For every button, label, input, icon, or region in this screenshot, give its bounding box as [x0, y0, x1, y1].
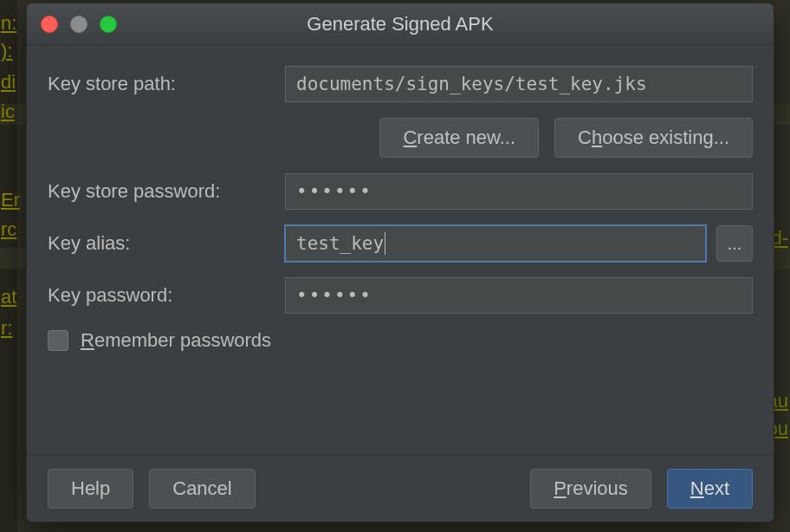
generate-signed-apk-dialog: Generate Signed APK Key store path: Crea…	[26, 3, 774, 522]
create-new-label-rest: reate new...	[417, 127, 515, 148]
remember-passwords-label: Remember passwords	[81, 329, 271, 352]
key-alias-browse-button[interactable]: ...	[716, 225, 753, 262]
key-alias-label: Key alias:	[48, 232, 273, 255]
help-button[interactable]: Help	[48, 469, 133, 509]
text-cursor	[385, 232, 385, 255]
key-password-label: Key password:	[48, 284, 273, 307]
dialog-titlebar: Generate Signed APK	[27, 3, 774, 45]
remember-passwords-checkbox[interactable]	[48, 330, 68, 351]
keystore-path-input[interactable]	[285, 66, 753, 102]
previous-button[interactable]: Previous	[530, 469, 651, 509]
cancel-button[interactable]: Cancel	[149, 469, 255, 509]
key-password-input[interactable]: ••••••	[285, 277, 753, 314]
dialog-footer: Help Cancel Previous Next	[27, 454, 774, 522]
dialog-title: Generate Signed APK	[27, 13, 774, 36]
keystore-password-input[interactable]: ••••••	[285, 173, 753, 210]
next-button[interactable]: Next	[667, 469, 753, 509]
choose-existing-label-rest: oose existing...	[602, 127, 729, 148]
dialog-body: Key store path: Create new... Choose exi…	[27, 45, 774, 454]
key-alias-value: test_key	[296, 233, 384, 254]
choose-existing-button[interactable]: Choose existing...	[554, 118, 753, 158]
create-new-button[interactable]: Create new...	[379, 118, 539, 158]
key-alias-input[interactable]: test_key	[285, 225, 706, 262]
keystore-path-label: Key store path:	[48, 73, 273, 95]
keystore-password-label: Key store password:	[48, 180, 273, 203]
